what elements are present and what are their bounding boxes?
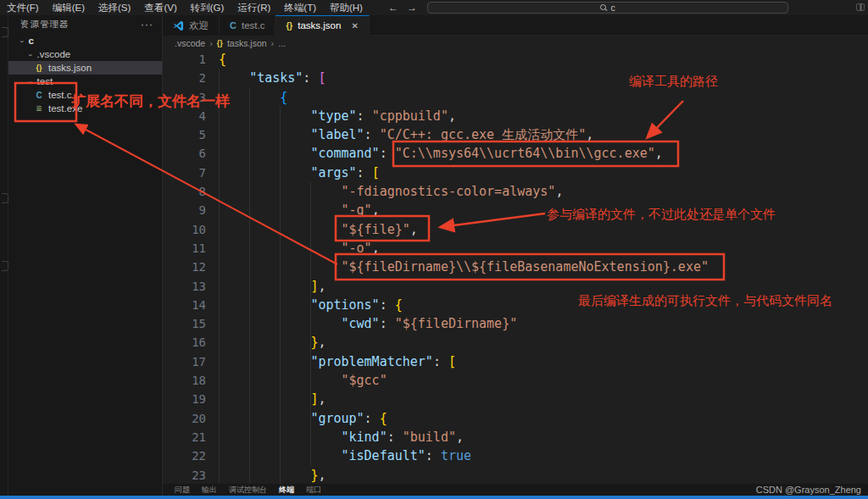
menu-view[interactable]: 查看(V) xyxy=(137,0,183,15)
command-center-search[interactable]: c xyxy=(427,2,788,14)
code-line[interactable]: 12 "${fileDirname}\\${fileBasenameNoExte… xyxy=(163,258,868,276)
explorer-title: 资源管理器 xyxy=(20,19,70,30)
activity-bar xyxy=(0,15,8,496)
code-line[interactable]: 16 }, xyxy=(163,333,868,352)
panel-tab-output[interactable]: 输出 xyxy=(202,485,217,496)
code-line[interactable]: 23 }, xyxy=(163,466,868,484)
panel-tab-ports[interactable]: 端口 xyxy=(306,485,321,496)
tree-folder-test[interactable]: ⌄ test xyxy=(8,75,162,88)
explorer-icon-fragment[interactable] xyxy=(2,27,8,37)
c-file-icon: C xyxy=(34,91,44,100)
code-line[interactable]: 8 "-fdiagnostics-color=always", xyxy=(163,182,868,201)
code-line[interactable]: 11 "-o", xyxy=(163,239,868,258)
csdn-watermark: CSDN @Grayson_Zheng xyxy=(756,485,861,495)
exe-file-icon: ≣ xyxy=(34,104,44,113)
line-number: 1 xyxy=(163,50,206,69)
code-line[interactable]: 3 { xyxy=(163,88,868,107)
tab-test-c[interactable]: C test.c xyxy=(220,15,275,36)
panel-tab-problems[interactable]: 问题 xyxy=(175,485,190,496)
code-line[interactable]: 2 "tasks": [ xyxy=(163,69,868,87)
code-line[interactable]: 21 "kind": "build", xyxy=(163,428,868,446)
tree-folder-vscode[interactable]: ⌄ .vscode xyxy=(8,47,162,61)
menu-run[interactable]: 运行(R) xyxy=(231,0,277,15)
code-line[interactable]: 10 "${file}", xyxy=(163,220,868,239)
line-number: 4 xyxy=(163,107,206,125)
line-number: 22 xyxy=(163,446,206,465)
line-number: 16 xyxy=(163,333,206,352)
line-number: 8 xyxy=(163,182,206,201)
line-number: 19 xyxy=(163,390,206,408)
code-line[interactable]: 20 "group": { xyxy=(163,409,868,428)
line-number: 23 xyxy=(163,466,206,484)
tab-welcome[interactable]: 欢迎 xyxy=(163,15,220,36)
tree-file-test-exe[interactable]: ≣ test.exe xyxy=(8,102,162,115)
line-number: 14 xyxy=(163,296,206,314)
menu-file[interactable]: 文件(F) xyxy=(0,0,46,15)
code-line[interactable]: 15 "cwd": "${fileDirname}" xyxy=(163,314,868,333)
code-line[interactable]: 22 "isDefault": true xyxy=(163,446,868,465)
line-number: 10 xyxy=(163,220,206,239)
vscode-logo-icon xyxy=(173,20,184,31)
panel-tab-debug-console[interactable]: 调试控制台 xyxy=(229,485,267,496)
nav-back-icon[interactable]: ← xyxy=(388,2,398,14)
json-file-icon: {} xyxy=(34,64,44,72)
line-number: 6 xyxy=(163,144,206,163)
line-number: 5 xyxy=(163,125,206,144)
code-line[interactable]: 6 "command": "C:\\msys64\\ucrt64\\bin\\g… xyxy=(163,144,868,163)
line-number: 18 xyxy=(163,371,206,390)
menu-terminal[interactable]: 终端(T) xyxy=(277,0,323,15)
breadcrumb-tasks-json[interactable]: tasks.json xyxy=(227,38,267,48)
code-line[interactable]: 9 "-g", xyxy=(163,201,868,219)
tab-tasks-json[interactable]: {} tasks.json ✕ xyxy=(275,15,369,36)
tree-file-tasks-json[interactable]: {} tasks.json xyxy=(8,61,162,75)
menu-help[interactable]: 帮助(H) xyxy=(323,0,370,15)
line-number: 7 xyxy=(163,164,206,182)
line-number: 3 xyxy=(163,88,206,107)
code-line[interactable]: 13 ], xyxy=(163,277,868,296)
line-number: 17 xyxy=(163,352,206,371)
nav-forward-icon[interactable]: → xyxy=(407,2,417,14)
code-line[interactable]: 19 ], xyxy=(163,390,868,408)
chevron-down-icon: ⌄ xyxy=(27,78,34,85)
editor-region: 欢迎 C test.c {} tasks.json ✕ .vscode › {}… xyxy=(163,15,868,496)
status-bar xyxy=(0,496,868,499)
extensions-icon-fragment[interactable] xyxy=(2,261,8,271)
indent-guide xyxy=(219,69,220,484)
code-line[interactable]: 14 "options": { xyxy=(163,296,868,314)
indent-guide xyxy=(280,107,281,484)
json-file-icon: {} xyxy=(217,39,223,47)
code-line[interactable]: 7 "args": [ xyxy=(163,164,868,182)
explorer-sidebar: 资源管理器 ··· ⌄ c ⌄ .vscode {} tasks.json ⌄ … xyxy=(8,15,163,496)
menu-selection[interactable]: 选择(S) xyxy=(92,0,137,15)
indent-guide xyxy=(249,88,250,484)
breadcrumb-more[interactable]: ... xyxy=(278,38,286,48)
code-line[interactable]: 5 "label": "C/C++: gcc.exe 生成活动文件", xyxy=(163,125,868,144)
vscode-window: 文件(F) 编辑(E) 选择(S) 查看(V) 转到(G) 运行(R) 终端(T… xyxy=(0,0,868,499)
code-lines: 1{2 "tasks": [3 {4 "type": "cppbuild",5 … xyxy=(163,50,868,484)
indent-guide xyxy=(310,182,311,466)
panel-tab-terminal[interactable]: 终端 xyxy=(279,485,294,496)
c-file-icon: C xyxy=(230,20,236,30)
close-icon[interactable]: ✕ xyxy=(351,21,358,30)
editor[interactable]: 1{2 "tasks": [3 {4 "type": "cppbuild",5 … xyxy=(163,50,868,484)
code-line[interactable]: 4 "type": "cppbuild", xyxy=(163,107,868,125)
line-number: 20 xyxy=(163,409,206,428)
code-line[interactable]: 17 "problemMatcher": [ xyxy=(163,352,868,371)
layout-toggle-icon[interactable] xyxy=(856,3,865,11)
breadcrumb-vscode[interactable]: .vscode xyxy=(175,38,205,48)
line-number: 15 xyxy=(163,314,206,333)
run-icon-fragment[interactable] xyxy=(2,193,8,203)
breadcrumb: .vscode › {} tasks.json › ... xyxy=(163,36,868,50)
line-number: 12 xyxy=(163,258,206,276)
line-number: 9 xyxy=(163,201,206,219)
menu-edit[interactable]: 编辑(E) xyxy=(46,0,92,15)
tree-folder-c[interactable]: ⌄ c xyxy=(8,34,162,47)
tree-file-test-c[interactable]: C test.c xyxy=(8,88,162,102)
explorer-more-icon[interactable]: ··· xyxy=(141,19,153,30)
code-line[interactable]: 18 "$gcc" xyxy=(163,371,868,390)
line-number: 11 xyxy=(163,239,206,258)
search-icon xyxy=(600,4,607,11)
code-line[interactable]: 1{ xyxy=(163,50,868,69)
chevron-down-icon: ⌄ xyxy=(27,51,34,58)
menu-go[interactable]: 转到(G) xyxy=(184,0,231,15)
